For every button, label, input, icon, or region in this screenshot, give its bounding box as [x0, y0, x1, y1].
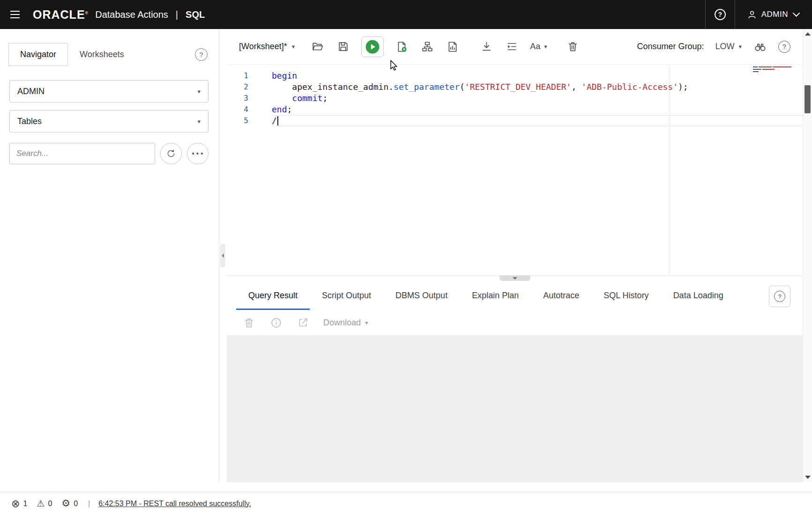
text-cursor — [277, 116, 278, 125]
nav-tab-navigator[interactable]: Navigator — [8, 43, 68, 66]
chevron-down-icon: ▾ — [738, 43, 742, 50]
navigator-tabs-row: NavigatorWorksheets ? — [0, 43, 219, 66]
worksheet-help-button[interactable]: ? — [778, 41, 790, 53]
code-line-5[interactable]: / — [272, 115, 803, 126]
splitter-collapse-handle[interactable] — [220, 244, 225, 267]
clear-worksheet-button[interactable] — [566, 40, 580, 54]
download-icon — [481, 41, 492, 52]
scroll-up-arrow[interactable] — [805, 32, 811, 36]
process-count: 0 — [74, 500, 78, 508]
font-size-label: Aa — [530, 42, 540, 52]
editor-overview-minimap — [753, 66, 796, 72]
download-result-button[interactable]: Download ▾ — [323, 318, 368, 328]
chevron-down-icon: ▾ — [544, 43, 547, 50]
save-icon — [337, 41, 349, 52]
status-bar: ⊗ 1 ⚠ 0 ⚙ 0 | 6:42:53 PM - REST call res… — [0, 492, 812, 515]
tab-autotrace[interactable]: Autotrace — [531, 283, 591, 310]
nav-tab-worksheets[interactable]: Worksheets — [68, 43, 136, 66]
horizontal-splitter[interactable] — [227, 275, 803, 283]
explain-plan-button[interactable] — [420, 40, 434, 54]
search-input[interactable] — [9, 143, 155, 164]
panel-collapse-handle[interactable] — [499, 275, 530, 281]
code-line-2[interactable]: apex_instance_admin.set_parameter('RESTR… — [272, 81, 803, 93]
status-message-link[interactable]: 6:42:53 PM - REST call resolved successf… — [98, 500, 251, 508]
worksheet-area: [Worksheet]* ▾ — [227, 29, 803, 482]
navigator-help-button[interactable]: ? — [195, 48, 208, 61]
chevron-down-icon — [793, 13, 800, 17]
result-toolbar: Download ▾ — [227, 310, 803, 335]
vertical-splitter[interactable] — [219, 29, 227, 482]
chevron-down-icon: ▾ — [365, 319, 368, 326]
collapse-left-icon — [222, 253, 224, 258]
warning-icon: ⚠ — [37, 499, 45, 508]
query-result-area — [227, 335, 803, 482]
object-type-select-value: Tables — [17, 117, 42, 126]
more-actions-button[interactable]: ••• — [187, 143, 209, 164]
code-line-4[interactable]: end; — [272, 104, 803, 115]
code-editor[interactable]: 12345 begin apex_instance_admin.set_para… — [227, 65, 803, 275]
oracle-logo: ORACLE® — [33, 8, 89, 22]
consumer-group-select[interactable]: LOW ▾ — [715, 42, 742, 52]
collapse-down-icon — [513, 277, 517, 280]
warning-counter[interactable]: ⚠ 0 — [37, 499, 52, 508]
line-number: 2 — [227, 81, 248, 93]
ellipsis-icon: ••• — [191, 150, 204, 157]
consumer-group-label: Consumer Group: — [637, 42, 704, 52]
tab-data-loading[interactable]: Data Loading — [661, 283, 736, 310]
scroll-down-arrow[interactable] — [805, 476, 811, 479]
open-file-button[interactable] — [311, 40, 325, 54]
refresh-button[interactable] — [160, 143, 182, 164]
open-in-new-button[interactable] — [296, 316, 310, 330]
format-icon — [506, 41, 518, 52]
tab-sql-history[interactable]: SQL History — [591, 283, 661, 310]
output-info-button[interactable] — [269, 316, 283, 330]
error-count: 1 — [23, 500, 27, 508]
format-button[interactable] — [505, 40, 519, 54]
download-editor-button[interactable] — [479, 40, 493, 54]
tab-dbms-output[interactable]: DBMS Output — [383, 283, 460, 310]
chevron-down-icon: ▾ — [292, 43, 295, 50]
chevron-down-icon: ▾ — [197, 118, 201, 125]
tours-button[interactable] — [753, 40, 767, 54]
tab-query-result[interactable]: Query Result — [236, 283, 310, 310]
worksheet-name-dropdown[interactable]: [Worksheet]* ▾ — [239, 42, 295, 52]
binoculars-icon — [754, 40, 767, 53]
run-statement-button[interactable] — [361, 37, 384, 57]
app-window: ORACLE® Database Actions | SQL ? ADMIN N… — [0, 0, 812, 515]
line-number: 5 — [227, 115, 248, 126]
header-right: ? ADMIN — [705, 0, 812, 29]
chevron-down-icon: ▾ — [197, 88, 201, 95]
autotrace-button[interactable] — [446, 40, 460, 54]
code-line-3[interactable]: commit; — [272, 93, 803, 104]
download-label: Download — [323, 318, 361, 328]
external-link-icon — [298, 317, 309, 328]
explain-plan-icon — [421, 41, 433, 53]
help-icon: ? — [199, 51, 203, 59]
result-tabs-row: Query ResultScript OutputDBMS OutputExpl… — [227, 283, 803, 310]
run-script-button[interactable] — [395, 40, 409, 54]
code-lines[interactable]: begin apex_instance_admin.set_parameter(… — [258, 65, 803, 275]
run-script-icon — [396, 41, 408, 53]
process-counter[interactable]: ⚙ 0 — [61, 499, 78, 508]
schema-select[interactable]: ADMIN ▾ — [9, 80, 209, 103]
navigator-panel: NavigatorWorksheets ? ADMIN ▾ Tables ▾ — [0, 29, 219, 482]
header-help-button[interactable]: ? — [706, 0, 735, 29]
clear-output-button[interactable] — [242, 316, 256, 330]
page-scrollbar[interactable] — [803, 29, 812, 482]
scrollbar-thumb[interactable] — [805, 85, 811, 113]
line-number: 1 — [227, 70, 248, 81]
gear-icon: ⚙ — [61, 499, 70, 508]
error-counter[interactable]: ⊗ 1 — [11, 499, 27, 509]
error-icon: ⊗ — [11, 499, 20, 509]
tab-explain-plan[interactable]: Explain Plan — [460, 283, 531, 310]
autotrace-icon — [447, 41, 459, 53]
user-menu-button[interactable]: ADMIN — [735, 0, 812, 29]
save-button[interactable] — [336, 40, 350, 54]
tab-script-output[interactable]: Script Output — [310, 283, 383, 310]
result-help-button[interactable]: ? — [769, 286, 790, 307]
code-line-1[interactable]: begin — [272, 70, 803, 81]
font-size-button[interactable]: Aa ▾ — [530, 42, 547, 52]
object-type-select[interactable]: Tables ▾ — [9, 110, 209, 132]
hamburger-menu-icon[interactable] — [0, 0, 30, 29]
status-divider: | — [88, 500, 90, 508]
